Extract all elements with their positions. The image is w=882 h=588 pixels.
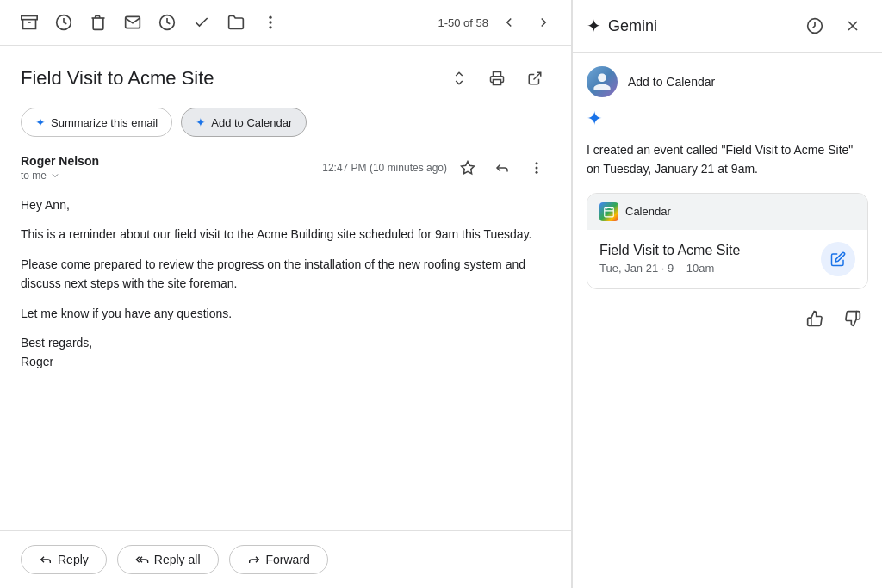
pagination-prev-button[interactable] [495,9,523,36]
svg-point-12 [536,171,538,174]
reply-quick-icon[interactable] [488,154,516,182]
snooze-icon[interactable] [48,7,79,38]
gemini-panel: ✦ Gemini Add to Calendar [572,0,882,588]
more-actions-icon[interactable] [255,7,286,38]
gemini-star-icon: ✦ [587,15,601,36]
email-toolbar: 1-50 of 58 [0,0,571,46]
calendar-event-info: Field Visit to Acme Site Tue, Jan 21 · 9… [599,243,740,275]
pagination-next-button[interactable] [530,9,557,36]
summarize-star-icon: ✦ [35,115,46,129]
email-content: Field Visit to Acme Site [0,46,571,530]
reply-all-button[interactable]: Reply all [117,545,219,574]
body-greeting: Hey Ann, [21,195,550,214]
svg-rect-7 [494,80,501,85]
avatar-icon [592,71,612,92]
reply-label: Reply [58,553,89,566]
mark-done-icon[interactable] [186,7,217,38]
google-calendar-icon [599,202,618,221]
sender-to: to me [21,170,322,182]
reply-all-label: Reply all [154,553,201,566]
email-timestamp: 12:47 PM (10 minutes ago) [322,162,447,174]
pagination-text: 1-50 of 58 [438,16,488,29]
star-icon[interactable] [454,154,481,182]
calendar-label: Calendar [625,205,671,218]
edit-icon [830,251,846,267]
svg-marker-9 [462,162,475,174]
pagination: 1-50 of 58 [438,9,557,36]
email-time-area: 12:47 PM (10 minutes ago) [322,154,550,182]
add-tasks-icon[interactable] [152,7,183,38]
add-to-calendar-button[interactable]: ✦ Add to Calendar [181,108,307,137]
email-subject-row: Field Visit to Acme Site [21,63,550,94]
svg-point-5 [269,21,271,23]
move-message-icon[interactable] [444,63,475,94]
calendar-event-time: Tue, Jan 21 · 9 – 10am [599,262,740,275]
gemini-avatar-row: Add to Calendar [587,66,868,97]
calendar-grid-icon [603,206,615,218]
summarize-email-button[interactable]: ✦ Summarize this email [21,108,172,137]
svg-rect-16 [605,207,614,217]
gemini-close-icon[interactable] [837,10,868,41]
ai-buttons-row: ✦ Summarize this email ✦ Add to Calendar [21,108,550,137]
forward-label: Forward [266,553,310,566]
add-calendar-label: Add to Calendar [211,116,292,129]
body-sign-off: Best regards,Roger [21,333,550,372]
thumbs-down-icon [844,310,861,327]
svg-line-8 [534,72,541,79]
gemini-body: Add to Calendar ✦ I created an event cal… [573,53,882,588]
calendar-card: Calendar Field Visit to Acme Site Tue, J… [587,193,868,289]
body-para-1: This is a reminder about our field visit… [21,225,550,244]
delete-icon[interactable] [83,7,114,38]
email-subject: Field Visit to Acme Site [21,67,444,90]
subject-icons [444,63,550,94]
gemini-diamond-icon: ✦ [587,108,868,130]
forward-button[interactable]: Forward [229,545,328,574]
email-panel: 1-50 of 58 Field Visit to Acme Site [0,0,572,588]
gemini-history-icon[interactable] [799,10,830,41]
reply-button[interactable]: Reply [21,545,107,574]
sender-name: Roger Nelson [21,154,322,168]
archive-icon[interactable] [14,7,45,38]
gemini-response-text: I created an event called "Field Visit t… [587,140,868,179]
reply-icon [39,553,53,566]
email-meta: Roger Nelson to me 12:47 PM (10 minutes … [21,154,550,182]
mark-unread-icon[interactable] [117,7,148,38]
calendar-star-icon: ✦ [196,115,206,129]
svg-point-10 [536,162,538,164]
body-para-3: Let me know if you have any questions. [21,304,550,323]
thumbs-down-button[interactable] [837,303,868,334]
gemini-section-title: Add to Calendar [628,75,715,89]
calendar-card-header: Calendar [587,194,867,230]
svg-point-11 [536,167,538,170]
email-body: Hey Ann, This is a reminder about our fi… [21,195,550,372]
gemini-feedback-row [587,303,868,334]
print-icon[interactable] [481,63,512,94]
gemini-header: ✦ Gemini [573,0,882,53]
sender-info: Roger Nelson to me [21,154,322,182]
thumbs-up-icon [806,310,823,327]
summarize-label: Summarize this email [51,116,158,129]
calendar-event-title: Field Visit to Acme Site [599,243,740,258]
avatar [587,66,618,97]
thumbs-up-button[interactable] [799,303,830,334]
reply-section: Reply Reply all Forward [0,530,571,588]
more-email-options-icon[interactable] [523,154,550,182]
calendar-card-body: Field Visit to Acme Site Tue, Jan 21 · 9… [587,230,867,288]
forward-icon [247,553,261,566]
svg-point-4 [269,16,271,19]
svg-point-6 [269,26,271,28]
svg-rect-0 [22,16,37,20]
dropdown-arrow-icon[interactable] [50,170,60,181]
gemini-title: ✦ Gemini [587,15,792,36]
open-in-new-icon[interactable] [519,63,550,94]
body-para-2: Please come prepared to review the progr… [21,255,550,294]
move-to-icon[interactable] [220,7,252,38]
reply-all-icon [135,553,149,566]
calendar-edit-button[interactable] [821,242,855,276]
